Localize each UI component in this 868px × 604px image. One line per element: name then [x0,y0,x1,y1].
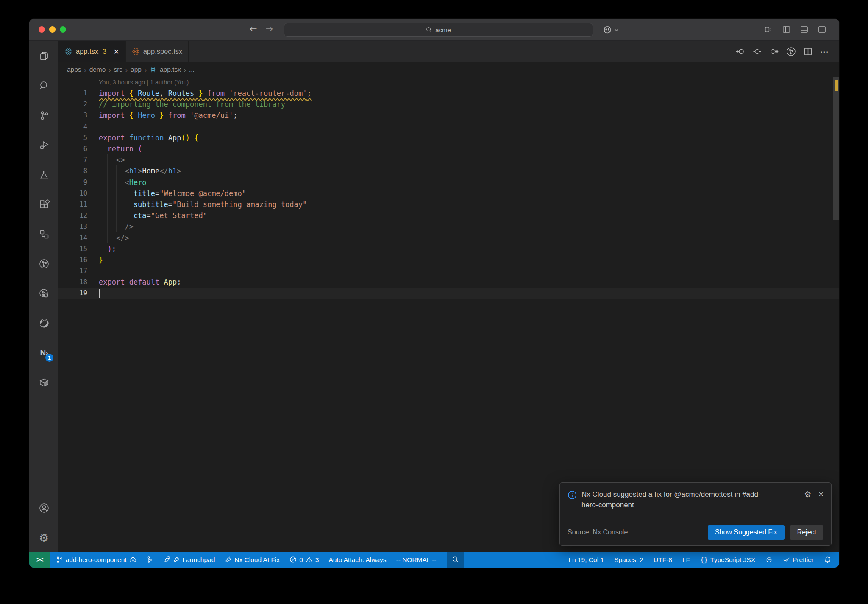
editor-scrollbar[interactable] [833,77,839,552]
line-number: 12 [58,212,99,219]
scrollbar-thumb[interactable] [833,77,839,220]
indent-guide [99,232,107,243]
breadcrumb-item[interactable]: app [131,66,142,73]
nx-graph-icon[interactable] [38,258,50,269]
problems-status[interactable]: 0 3 [286,552,323,568]
tab-app-spec-tsx[interactable]: app.spec.tsx [126,41,189,62]
git-branch-status[interactable]: add-hero-component [52,552,140,568]
breadcrumb-item[interactable]: ... [189,66,195,73]
navigate-back-edit-icon[interactable] [735,47,745,56]
breadcrumb-item[interactable]: src [114,66,122,73]
breadcrumb-item[interactable]: apps [67,66,81,73]
notification-settings-icon[interactable]: ⚙ [804,489,811,499]
minimize-window-button[interactable] [49,26,56,33]
notification-close-icon[interactable]: × [818,489,823,499]
code-line[interactable]: 9<Hero [58,177,839,188]
line-number: 1 [58,89,99,97]
navigate-forward-button[interactable]: → [266,24,273,34]
copilot-status[interactable] [762,552,776,568]
nx-cloud-ai-fix-button[interactable]: Nx Cloud AI Fix [221,552,284,568]
code-line[interactable]: 17 [58,266,839,277]
reject-button[interactable]: Reject [790,525,823,540]
source-control-icon[interactable] [38,109,50,121]
notification-toast: Nx Cloud suggested a fix for @acme/demo:… [559,482,832,546]
breadcrumb-item[interactable]: demo [89,66,106,73]
line-content: <Hero [99,177,147,188]
code-line[interactable]: 7<> [58,154,839,165]
indentation-status[interactable]: Spaces: 2 [610,552,647,568]
copilot-status-icon [765,556,773,563]
code-line[interactable]: 6return ( [58,143,839,154]
search-view-icon[interactable] [38,80,50,91]
code-line[interactable]: 16} [58,254,839,266]
close-tab-icon[interactable]: ✕ [113,48,119,56]
edge-browser-icon[interactable] [38,317,50,329]
toggle-secondary-sidebar-icon[interactable] [818,25,826,34]
indent-guide [125,199,133,210]
notifications-bell[interactable] [820,552,835,568]
breadcrumb-item[interactable]: app.tsx [160,66,181,73]
nx-console-icon[interactable]: N› 1 [38,347,50,358]
code-line[interactable]: 13/> [58,221,839,232]
testing-icon[interactable] [38,169,50,180]
run-debug-icon[interactable] [38,139,50,151]
vim-mode-status[interactable]: -- NORMAL -- [392,552,440,568]
indent-guide [99,188,107,199]
navigate-forward-edit-icon[interactable] [769,47,779,56]
indent-guide [107,232,116,243]
code-line[interactable]: 15); [58,243,839,254]
code-line[interactable]: 14</> [58,232,839,243]
code-line[interactable]: 18export default App; [58,277,839,288]
indent-guide [116,221,125,232]
package-explorer-icon[interactable] [38,377,50,388]
code-line[interactable]: 10title="Welcmoe @acme/demo" [58,188,839,199]
code-line[interactable]: 4 [58,121,839,132]
show-suggested-fix-button[interactable]: Show Suggested Fix [708,525,785,540]
auto-attach-status[interactable]: Auto Attach: Always [325,552,390,568]
git-graph-button[interactable] [142,552,157,568]
prettier-status[interactable]: Prettier [779,552,818,568]
close-window-button[interactable] [39,26,45,33]
overview-ruler-warning-marker [835,80,838,91]
split-editor-icon[interactable] [803,47,813,56]
toggle-panel-icon[interactable] [800,25,809,34]
extensions-icon[interactable] [38,199,50,210]
command-center-search[interactable]: acme [284,23,593,37]
code-line[interactable]: 19 [58,288,839,299]
references-view-icon[interactable] [38,228,50,240]
cursor-position-status[interactable]: Ln 19, Col 1 [565,552,608,568]
code-line[interactable]: 3import { Hero } from '@acme/ui'; [58,110,839,121]
more-actions-icon[interactable]: ⋯ [820,47,829,57]
toggle-sidebar-icon[interactable] [782,25,791,34]
launchpad-button[interactable]: Launchpad [159,552,219,568]
editor[interactable]: You, 3 hours ago | 1 author (You) 1impor… [58,77,839,552]
zoom-out-icon [452,556,459,563]
code-line[interactable]: 1import { Route, Routes } from 'react-ro… [58,88,839,99]
code-line[interactable]: 2// importing the component from the lib… [58,99,839,110]
copilot-menu-button[interactable] [602,25,619,35]
code-line[interactable]: 5export function App() { [58,132,839,143]
zoom-indicator[interactable] [447,552,464,568]
nx-run-target-icon[interactable] [786,47,796,56]
breadcrumb[interactable]: apps›demo›src›app›app.tsx›... [58,62,839,77]
indent-guide [107,210,116,221]
nx-graph-search-icon[interactable] [38,288,50,299]
code-line[interactable]: 12cta="Get Started" [58,210,839,221]
account-icon[interactable] [38,502,50,514]
breadcrumb-separator-icon: › [108,66,111,73]
code-line[interactable]: 8<h1>Home</h1> [58,165,839,176]
code-line[interactable]: 11subtitle="Build something amazing toda… [58,199,839,210]
eol-status[interactable]: LF [679,552,694,568]
titlebar: ← → acme [29,19,839,41]
settings-gear-icon[interactable]: ⚙ [38,532,50,543]
customize-layout-icon[interactable] [764,25,773,34]
explorer-icon[interactable] [38,50,50,62]
search-value: acme [435,26,451,34]
encoding-status[interactable]: UTF-8 [650,552,676,568]
language-mode-status[interactable]: {} TypeScript JSX [696,552,759,568]
navigate-back-button[interactable]: ← [250,24,257,34]
navigate-position-icon[interactable] [752,47,762,56]
remote-indicator[interactable]: >< [29,552,50,568]
tab-app-tsx[interactable]: app.tsx 3 ✕ [58,41,126,62]
zoom-window-button[interactable] [60,26,66,33]
